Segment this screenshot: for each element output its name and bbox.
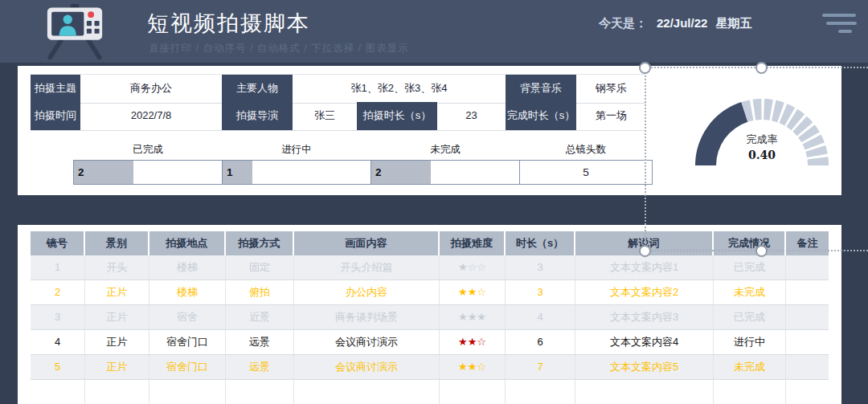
info-row-1: 拍摄主题 商务办公 主要人物 张1、张2、张3、张4 背景音乐 钢琴乐	[31, 74, 646, 104]
table-cell[interactable]: 办公内容	[294, 280, 440, 304]
table-cell[interactable]: 已完成	[714, 305, 786, 329]
table-cell[interactable]: 4	[31, 330, 85, 354]
stat-value: 2	[78, 161, 84, 184]
table-cell[interactable]: 4	[506, 305, 575, 329]
table-cell[interactable]: 进行中	[714, 330, 786, 354]
table-cell[interactable]: 正片	[85, 280, 149, 304]
table-cell[interactable]	[31, 380, 85, 404]
table-cell[interactable]	[786, 355, 829, 379]
table-cell[interactable]: 正片	[85, 355, 149, 379]
stat-bar-completed[interactable]: 2	[73, 160, 223, 185]
column-header[interactable]: 备注	[786, 231, 829, 255]
table-cell[interactable]: 7	[506, 355, 575, 379]
completion-gauge[interactable]: 完成率 0.40	[682, 85, 842, 165]
table-cell[interactable]	[786, 255, 829, 280]
table-cell[interactable]	[786, 380, 829, 404]
table-cell[interactable]: 3	[506, 255, 575, 280]
page-subtitle: 直接打印 / 自动序号 / 自动格式 / 下拉选择 / 图表显示	[149, 42, 409, 55]
label-shoot-duration: 拍摄时长（s）	[357, 102, 437, 130]
stat-bar-notdone[interactable]: 2	[371, 160, 520, 185]
selection-handle[interactable]	[755, 245, 768, 257]
column-header[interactable]: 景别	[85, 231, 149, 255]
value-shoot-date[interactable]: 2022/7/8	[80, 102, 222, 130]
value-bgm[interactable]: 钢琴乐	[576, 75, 646, 103]
table-cell[interactable]	[786, 330, 829, 354]
table-cell[interactable]: 俯拍	[226, 280, 294, 304]
column-header[interactable]: 时长（s）	[506, 231, 575, 255]
table-cell[interactable]: 文本文案内容2	[575, 280, 714, 304]
stat-total-shots[interactable]: 5	[519, 160, 653, 185]
value-main-cast[interactable]: 张1、张2、张3、张4	[293, 75, 506, 103]
table-cell[interactable]: 远景	[226, 355, 294, 379]
value-shoot-duration[interactable]: 23	[437, 102, 506, 130]
table-cell[interactable]: 已完成	[714, 255, 786, 280]
table-cell[interactable]: 1	[31, 255, 85, 280]
table-cell[interactable]: 文本文案内容3	[575, 305, 714, 329]
table-cell[interactable]: 5	[31, 355, 85, 379]
column-header[interactable]: 拍摄难度	[440, 231, 506, 255]
table-row: 2正片楼梯俯拍办公内容★★☆3文本文案内容2未完成	[31, 280, 829, 305]
table-cell[interactable]: 远景	[226, 330, 294, 354]
table-cell[interactable]	[85, 380, 149, 404]
table-cell[interactable]	[294, 380, 440, 404]
column-header[interactable]: 完成情况	[714, 231, 786, 255]
stat-value: 1	[227, 161, 233, 184]
table-cell[interactable]: 宿舍门口	[149, 330, 226, 354]
table-cell[interactable]: 6	[506, 330, 575, 354]
table-cell[interactable]: 文本文案内容4	[575, 330, 714, 354]
table-cell[interactable]: 近景	[226, 305, 294, 329]
table-cell[interactable]: 未完成	[714, 280, 786, 304]
label-director: 拍摄导演	[222, 102, 293, 130]
column-header[interactable]: 拍摄地点	[149, 231, 226, 255]
hamburger-menu-icon[interactable]	[822, 14, 859, 38]
table-cell[interactable]	[506, 380, 575, 404]
table-cell[interactable]	[149, 380, 226, 404]
selection-handle[interactable]	[639, 245, 651, 257]
table-cell[interactable]: 文本文案内容1	[575, 255, 714, 280]
table-row: 1开头楼梯固定开头介绍篇★☆☆3文本文案内容1已完成	[31, 255, 829, 280]
table-cell[interactable]: 文本文案内容5	[575, 355, 714, 379]
difficulty-stars-cell[interactable]: ★★☆	[440, 280, 506, 304]
label-bgm: 背景音乐	[506, 75, 576, 103]
difficulty-stars-cell[interactable]: ★★☆	[440, 355, 506, 379]
table-cell[interactable]: 楼梯	[149, 255, 226, 280]
table-cell[interactable]: 3	[506, 280, 575, 304]
column-header[interactable]: 拍摄方式	[226, 231, 294, 255]
difficulty-stars-cell[interactable]: ★★☆	[440, 330, 506, 354]
label-shoot-theme: 拍摄主题	[31, 75, 80, 103]
column-header[interactable]: 镜号	[31, 231, 85, 255]
value-director[interactable]: 张三	[293, 102, 357, 130]
selection-handle[interactable]	[755, 62, 768, 74]
table-cell[interactable]: 未完成	[714, 355, 786, 379]
person-icon	[63, 15, 72, 24]
table-row: 3正片宿舍近景商务谈判场景★★★4文本文案内容3已完成	[31, 305, 829, 330]
column-header[interactable]: 画面内容	[294, 231, 440, 255]
table-cell[interactable]: 2	[31, 280, 85, 304]
table-cell[interactable]	[786, 280, 829, 304]
table-cell[interactable]: 正片	[85, 330, 149, 354]
table-cell[interactable]: 开头	[85, 255, 149, 280]
table-cell[interactable]: 开头介绍篇	[294, 255, 440, 280]
table-cell[interactable]: 宿舍门口	[149, 355, 226, 379]
table-cell[interactable]: 固定	[226, 255, 294, 280]
table-cell[interactable]: 商务谈判场景	[294, 305, 440, 329]
record-dot-icon	[88, 11, 94, 18]
difficulty-stars-cell[interactable]	[440, 380, 506, 404]
table-cell[interactable]: 正片	[85, 305, 149, 329]
stat-bar-inprogress[interactable]: 1	[222, 160, 371, 185]
selection-handle[interactable]	[639, 62, 651, 74]
table-cell[interactable]: 会议商讨演示	[294, 330, 440, 354]
stat-label-completed: 已完成	[73, 143, 223, 157]
table-cell[interactable]: 会议商讨演示	[294, 355, 440, 379]
table-cell[interactable]	[714, 380, 786, 404]
table-cell[interactable]: 3	[31, 305, 85, 329]
difficulty-stars-cell[interactable]: ★☆☆	[440, 255, 506, 280]
table-cell[interactable]	[575, 380, 714, 404]
table-cell[interactable]	[786, 305, 829, 329]
difficulty-stars-cell[interactable]: ★★★	[440, 305, 506, 329]
value-done-duration[interactable]: 第一场	[576, 102, 646, 130]
table-cell[interactable]: 宿舍	[149, 305, 226, 329]
table-cell[interactable]: 楼梯	[149, 280, 226, 304]
table-cell[interactable]	[226, 380, 294, 404]
value-shoot-theme[interactable]: 商务办公	[80, 75, 222, 103]
